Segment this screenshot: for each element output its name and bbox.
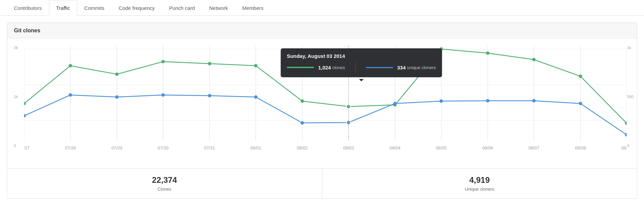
svg-point-36 [254,95,258,99]
stat-unique-label: Unique cloners [465,187,494,192]
svg-text:08/06: 08/06 [482,145,493,150]
svg-text:07/29: 07/29 [111,145,122,150]
svg-point-22 [254,64,258,67]
svg-text:08/08: 08/08 [575,145,586,150]
y-axis-left: 0 1k 2k [14,46,18,148]
y-left-1k: 1k [14,95,18,99]
stat-clones-value: 22,374 [14,175,315,185]
svg-text:08/07: 08/07 [529,145,540,150]
svg-point-19 [115,73,118,76]
svg-text:07/28: 07/28 [65,145,76,150]
tab-traffic[interactable]: Traffic [49,0,77,16]
svg-text:08/01: 08/01 [250,145,261,150]
svg-text:08/02: 08/02 [297,145,308,150]
y-left-2k: 2k [14,46,18,50]
svg-point-28 [532,58,536,61]
stat-clones-label: Clones [158,187,171,192]
y-right-1k: 1k [627,46,633,50]
svg-point-37 [301,121,304,125]
stat-clones: 22,374 Clones [7,169,322,198]
stat-unique-value: 4,919 [329,175,630,185]
y-right-0: 0 [627,144,633,148]
svg-text:07/31: 07/31 [204,145,215,150]
tab-network[interactable]: Network [202,0,235,16]
svg-text:08/09: 08/09 [621,145,627,150]
tab-members[interactable]: Members [235,0,271,16]
y-axis-right: 0 500 1k [627,46,633,148]
tab-contributors[interactable]: Contributors [7,0,49,16]
git-clones-card: Git clones 0 1k 2k 0 500 1k [7,22,637,199]
stat-unique: 4,919 Unique cloners [322,169,637,198]
chart-svg: 07/27 07/28 07/29 07/30 07/31 08/01 08/0… [24,46,627,155]
y-right-500: 500 [627,95,633,99]
svg-point-42 [532,99,536,102]
svg-point-34 [161,93,165,97]
svg-text:08/04: 08/04 [390,145,401,150]
y-left-0: 0 [14,144,18,148]
svg-text:07/30: 07/30 [158,145,168,150]
tab-code-frequency[interactable]: Code frequency [112,0,162,16]
svg-point-26 [439,47,443,51]
svg-point-31 [24,114,26,117]
svg-point-21 [208,62,211,65]
svg-point-33 [115,95,118,99]
chart-footer: 22,374 Clones 4,919 Unique cloners [7,168,637,198]
svg-point-32 [69,93,72,97]
chart-title: Git clones [7,23,637,39]
svg-point-35 [208,94,211,97]
svg-point-20 [161,60,165,63]
svg-text:08/05: 08/05 [436,145,447,150]
svg-point-41 [486,99,489,102]
page-container: Contributors Traffic Commits Code freque… [0,0,644,224]
chart-area: 0 1k 2k 0 500 1k [7,39,637,168]
tab-punch-card[interactable]: Punch card [162,0,202,16]
svg-point-23 [301,99,304,103]
tabs-nav: Contributors Traffic Commits Code freque… [0,0,644,16]
svg-point-40 [439,99,443,103]
svg-point-29 [579,75,582,78]
svg-point-39 [393,102,397,105]
svg-text:07/27: 07/27 [24,145,30,150]
svg-point-43 [579,102,582,105]
svg-point-18 [69,64,72,67]
svg-point-27 [486,51,489,55]
tab-commits[interactable]: Commits [77,0,112,16]
svg-text:08/03: 08/03 [343,145,354,150]
